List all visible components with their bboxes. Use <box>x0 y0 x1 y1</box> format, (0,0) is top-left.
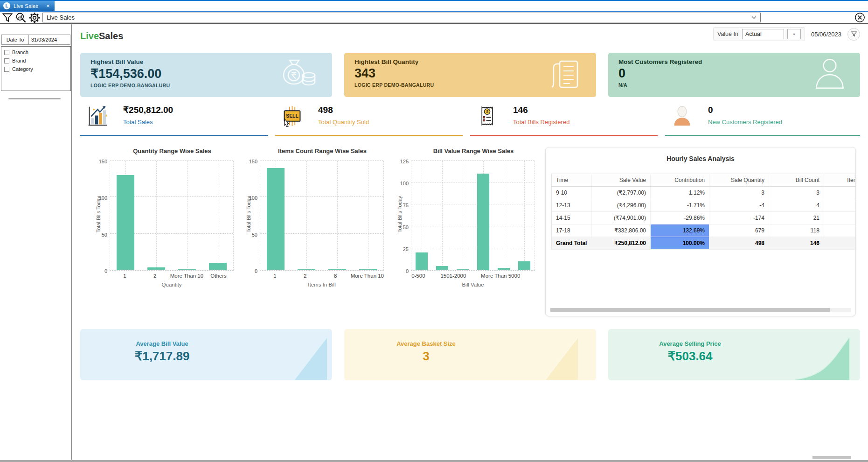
y-tick-label: 0 <box>406 268 409 274</box>
kpi-card-highest-bill-value: Highest Bill Value ₹154,536.00 LOGIC ERP… <box>80 53 332 97</box>
table-horizontal-scrollbar[interactable] <box>550 308 851 312</box>
bar-column <box>322 161 353 270</box>
value-in-dropdown-button[interactable]: ▼ <box>787 29 801 39</box>
hourly-sales-table: TimeSale ValueContributionSale QuantityB… <box>551 174 856 250</box>
close-report-icon[interactable] <box>854 12 865 23</box>
y-tick-label: 50 <box>403 224 409 230</box>
stat-value: 146 <box>513 105 569 115</box>
y-tick-label: 100 <box>99 195 107 201</box>
tab-close-icon[interactable]: × <box>46 2 50 9</box>
column-header[interactable]: Bill Count <box>769 174 824 187</box>
tab-label: Live Sales <box>14 3 38 9</box>
bar-column <box>141 161 172 270</box>
x-tick-label: 2 <box>140 273 170 279</box>
window-horizontal-scrollbar-thumb[interactable] <box>812 456 851 459</box>
table-row[interactable]: 17-18₹332,806.00132.69%679118 <box>552 224 856 237</box>
bar <box>328 269 346 270</box>
tab-live-sales[interactable]: L Live Sales × <box>0 1 55 11</box>
gear-icon[interactable] <box>29 12 40 23</box>
x-tick-label: 1 <box>110 273 140 279</box>
table-cell: -1.12% <box>651 187 709 199</box>
money-bag-icon <box>274 56 319 92</box>
x-tick-label: 0-500 <box>411 273 426 279</box>
table-cell <box>824 212 856 224</box>
mountain-decoration <box>795 336 855 380</box>
kpi-card-most-customers: Most Customers Registered 0 N/A <box>608 53 860 97</box>
y-tick-label: 0 <box>255 268 257 274</box>
table-row[interactable]: 14-15(₹74,901.00)-29.86%-17421 <box>552 212 856 224</box>
filter-icon[interactable] <box>2 12 13 23</box>
column-header[interactable]: Sale Value <box>592 174 651 187</box>
y-tick-label: 125 <box>400 159 409 164</box>
table-cell <box>824 187 856 199</box>
bar <box>117 175 134 270</box>
table-row[interactable]: 9-10(₹2,797.00)-1.12%-33 <box>552 187 856 199</box>
date-to-label: Date To <box>1 35 28 45</box>
x-axis: 0-5001501-2000More Than 5000 <box>411 273 535 279</box>
stat-total-quantity: SELL 498 Total Quantity Sold <box>275 105 463 136</box>
table-cell: -3 <box>709 187 769 199</box>
column-header[interactable]: Items Sold <box>824 174 856 187</box>
funnel-icon <box>851 31 857 37</box>
table-cell: 3 <box>769 187 824 199</box>
table-row[interactable]: Grand Total₹250,812.00100.00%498146 <box>552 237 856 250</box>
table-cell: 132.69% <box>651 224 709 237</box>
bills-icon <box>546 56 583 92</box>
column-header[interactable]: Sale Quantity <box>709 174 769 187</box>
value-in-select[interactable]: Actual <box>742 29 784 39</box>
table-cell: 9-10 <box>552 187 592 199</box>
stat-total-bills: $ 146 Total Bills Registered <box>470 105 658 136</box>
sell-sign-icon: SELL <box>281 105 303 127</box>
table-cell: 17-18 <box>552 224 592 237</box>
bar <box>209 263 227 270</box>
bar <box>436 266 448 270</box>
table-cell <box>824 237 856 250</box>
header-date: 05/06/2023 <box>811 31 841 38</box>
table-cell: 21 <box>769 212 824 224</box>
plot-area <box>411 161 535 271</box>
bar-column <box>411 161 432 270</box>
table-header-row: TimeSale ValueContributionSale QuantityB… <box>552 174 856 187</box>
x-tick-label: 2 <box>290 273 320 279</box>
column-header[interactable]: Contribution <box>651 174 709 187</box>
x-axis: 128More Than 10 <box>260 273 384 279</box>
table-cell: -29.86% <box>651 212 709 224</box>
search-analytics-icon[interactable] <box>15 12 27 23</box>
y-tick-label: 50 <box>252 232 257 238</box>
bar-column <box>514 161 535 270</box>
table-cell: ₹332,806.00 <box>592 224 651 237</box>
card-value: ₹1,717.89 <box>80 349 244 364</box>
tab-bar: L Live Sales × <box>0 0 868 12</box>
column-header[interactable]: Time <box>552 174 592 187</box>
hourly-sales-card: Hourly Sales Analysis TimeSale ValueCont… <box>545 147 856 316</box>
sidebar-scrollbar[interactable] <box>8 98 61 99</box>
scrollbar-thumb[interactable] <box>550 308 830 312</box>
y-tick-label: 0 <box>104 268 107 274</box>
bar-column <box>110 161 141 270</box>
header-filter-button[interactable] <box>847 28 860 41</box>
date-to-input[interactable]: 31/03/2024 <box>28 35 70 45</box>
report-combobox[interactable]: Live Sales <box>42 13 761 22</box>
card-label: Average Selling Price <box>608 340 772 347</box>
y-tick-label: 75 <box>403 203 409 208</box>
filter-item-category[interactable]: Category <box>4 66 68 72</box>
bar <box>498 268 510 270</box>
bottom-cards-row: Average Bill Value ₹1,717.89 Average Bas… <box>80 329 860 380</box>
x-tick-label: More Than 10 <box>170 273 203 279</box>
table-row[interactable]: 12-13(₹4,296.00)-1.71%-44 <box>552 199 856 212</box>
filter-item-branch[interactable]: Branch <box>4 49 68 55</box>
bar-column <box>291 161 322 270</box>
table-cell: ₹250,812.00 <box>592 237 651 250</box>
stat-value: 498 <box>318 105 369 115</box>
filter-listbox: Branch Brand Category <box>1 46 71 91</box>
chart-quantity-range: Quantity Range Wise Sales Total Bills To… <box>90 144 234 291</box>
y-tick-label: 100 <box>249 195 257 201</box>
category-checkbox[interactable] <box>4 67 9 72</box>
chevron-down-icon <box>751 16 757 19</box>
filter-item-brand[interactable]: Brand <box>4 58 68 63</box>
stat-total-sales: ₹250,812.00 Total Sales <box>80 105 268 136</box>
branch-checkbox[interactable] <box>4 50 9 55</box>
brand-label: Brand <box>12 58 26 63</box>
brand-checkbox[interactable] <box>4 58 9 63</box>
stat-label: Total Quantity Sold <box>318 119 369 126</box>
